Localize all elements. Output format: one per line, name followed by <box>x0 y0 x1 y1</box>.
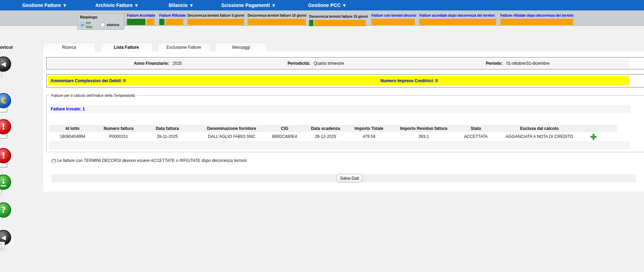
status-legend-fatture-con-termini-decorsi: Fatture con termini decorsi <box>371 14 416 25</box>
tab-ricerca[interactable]: Ricerca <box>43 42 95 52</box>
info-field-periodicit: Periodicità:Quarto trimestre <box>288 59 344 68</box>
icon-badge-label: ME <box>0 72 2 77</box>
orange-segment <box>146 19 154 25</box>
radio-label-storico: storico <box>106 23 119 27</box>
download-icon-circle: ↓ <box>0 174 11 190</box>
total-debts-label: Ammontare Complessivo dei Debiti: <box>50 78 122 83</box>
status-bar <box>248 19 306 25</box>
menu-item-label: Gestione Fatture <box>22 2 61 8</box>
status-toolbar: Riepilogo on linestorico Fatture Accetta… <box>0 10 644 26</box>
info-field-value: 01-ottobre/31-dicembre <box>506 61 550 66</box>
back-home-icon-circle: ◀ <box>0 56 11 72</box>
table-header-row: Id lottoNumero fatturaData fatturaDenomi… <box>49 125 617 132</box>
tab-lista-fatture[interactable]: Lista Fatture <box>100 42 153 52</box>
status-legend-fatture-accettate-dopo-decorrenza-dei-termini: Fatture accettate dopo decorrenza dei te… <box>419 14 496 25</box>
back-home-icon[interactable]: ◀ME <box>0 56 17 77</box>
status-bar <box>127 19 155 25</box>
total-debts-value: 0 <box>123 78 126 83</box>
back-home-icon-glyph: ◀ <box>1 61 6 67</box>
status-legend-label: Fatture Rifiutate <box>159 14 186 18</box>
menu-item-gestione-fatture[interactable]: Gestione Fatture▼ <box>22 0 66 10</box>
info-field-label: Anno Finanziario: <box>134 61 169 66</box>
column-header-stato: Stato <box>461 125 491 132</box>
cell-stato: ACCETTATA <box>461 132 491 141</box>
back-icon-glyph: ◀ <box>1 234 6 241</box>
tab-messaggi[interactable]: Messaggi <box>215 42 267 52</box>
column-header-importo-residuo-fattura: Importo Residuo fattura <box>386 125 461 132</box>
invoices-fieldset: Fatture per il calcolo dell'Indice della… <box>46 95 644 152</box>
orange-segment <box>166 19 183 25</box>
info-field-label: Periodo: <box>486 61 503 66</box>
alert-document-icon[interactable]: ! <box>0 148 17 168</box>
menu-item-label: Bilancio <box>169 2 187 8</box>
status-bar <box>419 19 496 25</box>
riepilogo-title: Riepilogo <box>80 15 121 19</box>
column-header-denominazione-fornitore: Denominazione fornitore <box>193 125 270 132</box>
info-field-label: Periodicità: <box>288 61 310 66</box>
cell-denominazione-fornitore: DALL'AGLIO FABIO SNC <box>193 132 270 141</box>
status-legend-label: Decorrenza termini fatture 5 giorni <box>187 14 244 18</box>
radio-label-on-line: on line <box>86 21 97 29</box>
creditor-companies-value: 0 <box>435 78 438 83</box>
add-icon[interactable] <box>590 134 596 140</box>
menu-item-scissione-pagamenti[interactable]: Scissione Pagamenti▼ <box>221 0 275 10</box>
tab-esclusione-fatture[interactable]: Esclusione Fatture <box>158 42 210 52</box>
column-header-esclusa-dal-calcolo: Esclusa dal calcolo <box>491 125 588 132</box>
status-legend-label: Decorrenza termini fatture 15 giorni <box>309 15 368 19</box>
menu-item-archivio-fatture[interactable]: Archivio Fatture▼ <box>95 0 138 10</box>
radio-storico[interactable] <box>100 23 105 27</box>
green-segment <box>127 19 145 25</box>
orange-segment <box>248 19 306 25</box>
cell-importo-totale: 479.59 <box>352 132 386 141</box>
dropdown-caret-icon: ▼ <box>63 3 66 7</box>
download-icon[interactable]: ↓DA <box>0 174 17 195</box>
menu-item-bilancio[interactable]: Bilancio▼ <box>169 0 193 10</box>
row-action-cell <box>588 132 598 141</box>
column-header-data-fattura: Data fattura <box>141 125 193 132</box>
help-icon[interactable]: ?Q <box>0 202 17 223</box>
creditor-companies-label: Numero Imprese Creditrici: <box>380 78 434 83</box>
save-strip: Salva Dati <box>51 174 636 182</box>
table-empty-row <box>49 141 630 149</box>
menu-item-label: Archivio Fatture <box>95 2 132 8</box>
riepilogo-radio-group: on linestorico <box>80 21 121 29</box>
column-header-numero-fattura: Numero fattura <box>96 125 141 132</box>
totals-box: Ammontare Complessivo dei Debiti: 0 Nume… <box>46 74 644 88</box>
menu-bar: Gestione Fatture▼Archivio Fatture▼Bilanc… <box>0 0 644 10</box>
info-field-value: Quarto trimestre <box>314 61 344 66</box>
green-segment <box>159 19 164 25</box>
back-icon[interactable]: ◀TA OLE <box>0 230 17 250</box>
fieldset-legend: Fatture per il calcolo dell'Indice della… <box>49 93 137 98</box>
cell-importo-residuo-fattura: 393.1 <box>386 132 461 141</box>
total-debts: Ammontare Complessivo dei Debiti: 0 <box>50 76 126 85</box>
orange-segment <box>500 19 573 25</box>
radio-on-line[interactable] <box>80 23 84 27</box>
status-legend-label: Fatture rifiutate dopo decorrenza dei te… <box>500 14 573 18</box>
invoice-euro-icon-circle: € <box>0 93 11 108</box>
termini-decorsi-note: (*) Le fatture con TERMINI DECORSI devon… <box>51 158 248 163</box>
status-legend-label: Fatture con termini decorsi <box>371 14 416 18</box>
menu-item-gestione-pcc[interactable]: Gestione PCC▼ <box>308 0 346 10</box>
invoices-table: Id lottoNumero fatturaData fatturaDenomi… <box>49 125 630 149</box>
status-legend-label: Fatture Accettate <box>127 14 155 18</box>
cell-data-fattura: 26-11-2025 <box>141 132 193 141</box>
orange-segment <box>419 19 496 25</box>
status-legend-decorrenza-termini-fatture-15-giorni: Decorrenza termini fatture 15 giorni <box>309 15 368 26</box>
dropdown-caret-icon: ▼ <box>272 3 275 7</box>
invoice-euro-icon[interactable]: € <box>0 93 17 113</box>
table-row: 16080404994P000015126-11-2025DALL'AGLIO … <box>49 132 630 141</box>
save-button[interactable]: Salva Dati <box>336 174 363 182</box>
menu-item-label: Gestione PCC <box>308 2 340 8</box>
status-legend-fatture-accettate: Fatture Accettate <box>127 14 155 25</box>
column-header-importo-totale: Importo Totale <box>352 125 386 132</box>
help-icon-circle: ? <box>0 202 11 218</box>
icon-badge-label: DA <box>0 190 2 195</box>
cell-cig: B892C480E4 <box>270 132 299 141</box>
content-panel: Anno Finanziario:2025Periodicità:Quarto … <box>43 52 644 192</box>
column-header-cig: CIG <box>270 125 299 132</box>
alert-document-icon-glyph: ! <box>2 123 6 131</box>
invoice-euro-icon-glyph: € <box>1 97 6 105</box>
alert-document-icon[interactable]: ! <box>0 119 17 139</box>
alert-document-icon-circle: ! <box>0 119 11 134</box>
cell-esclusa-dal-calcolo: AGGANCIATA A NOTA DI CREDITO <box>491 132 588 141</box>
